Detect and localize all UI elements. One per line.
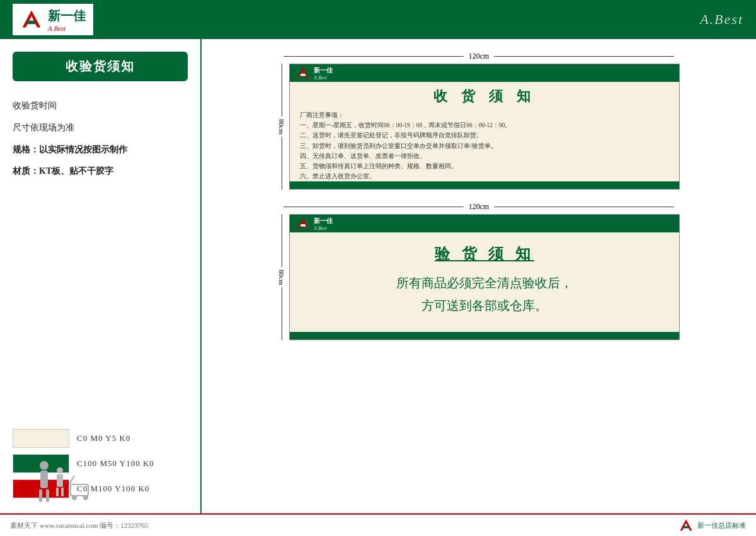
- dim-text-width-2: 120cm: [464, 202, 495, 212]
- svg-rect-10: [71, 484, 88, 496]
- sign-footer-1: [290, 181, 679, 189]
- sign-and-vdim-1: 80cm 新一佳 A.Best: [278, 64, 680, 190]
- svg-point-2: [40, 461, 49, 470]
- svg-rect-9: [61, 488, 64, 496]
- sign-logo-icon-2: [296, 217, 310, 231]
- svg-rect-8: [56, 488, 59, 496]
- sign-title-2: 验 货 须 知: [300, 244, 669, 264]
- svg-marker-15: [301, 74, 306, 76]
- bottom-right-logo: 新一佳总店标准: [679, 518, 746, 533]
- sign-board-2: 新一佳 A.Best 验 货 须 知 所有商品必须完全清点验收后， 方可送到各部…: [289, 214, 680, 340]
- info-item-2: 尺寸依现场为准: [13, 118, 188, 138]
- sign-body-line2: 方可送到各部或仓库。: [300, 294, 669, 317]
- bottom-right-text: 新一佳总店标准: [697, 521, 746, 530]
- vdim-text-1: 80cm: [278, 117, 285, 137]
- bottom-bar: 素材天下 www.sucaisucai.com 编号：12323765 新一佳总…: [0, 513, 756, 536]
- rule-1: 一、星期一-星期五，收货时间06：00-19：00，周末或节假日06：00-12…: [300, 121, 669, 130]
- svg-point-12: [72, 495, 77, 500]
- rule-2: 二、送货时，请先至签记处登记，非按号码牌顺序自觉排队卸货。: [300, 131, 669, 140]
- section-title: 收验货须知: [13, 52, 188, 81]
- sign-brand-cn-1: 新一佳: [314, 66, 333, 75]
- header-title: A.Best: [700, 11, 743, 28]
- bottom-left-text: 素材天下 www.sucaisucai.com 编号：12323765: [10, 521, 148, 530]
- info-item-4: 材质：KT板、贴不干胶字: [13, 162, 188, 181]
- svg-line-11: [69, 476, 74, 484]
- sign-brand-en-2: A.Best: [314, 225, 333, 231]
- dim-top-1: 120cm: [284, 52, 674, 61]
- sign-body-text: 所有商品必须完全清点验收后， 方可送到各部或仓库。: [300, 271, 669, 317]
- svg-point-6: [57, 467, 63, 474]
- svg-marker-19: [683, 526, 689, 528]
- right-panel: 120cm 80cm: [202, 39, 756, 536]
- sign-brand-cn-2: 新一佳: [314, 217, 333, 225]
- bottom-logo-icon: [679, 518, 694, 533]
- svg-marker-14: [297, 67, 309, 78]
- svg-marker-18: [680, 519, 692, 530]
- sign-body-2: 验 货 须 知 所有商品必须完全清点验收后， 方可送到各部或仓库。: [290, 232, 679, 327]
- sign-brand-en-1: A.Best: [314, 75, 333, 81]
- svg-rect-7: [57, 474, 63, 487]
- color-swatch-1: [13, 429, 69, 448]
- rule-4: 四、无传真订单、送货单、发票者一律拒收。: [300, 152, 669, 161]
- vdim-text-2: 80cm: [278, 267, 285, 287]
- svg-rect-4: [39, 489, 42, 502]
- main-content: 收验货须知 收验货时间 尺寸依现场为准 规格：以实际情况按图示制作 材质：KT板…: [0, 39, 756, 536]
- svg-marker-1: [27, 21, 36, 24]
- sign-wrapper-2: 120cm 80cm: [220, 202, 737, 340]
- rule-3: 三、卸货时，请到验货员到办公室窗口交单办交单并领取订单/验货单。: [300, 142, 669, 151]
- logo-area: 新一佳 A.Best: [13, 4, 93, 35]
- silhouette-svg: [25, 458, 101, 508]
- sign-rules: 厂商注意事项： 一、星期一-星期五，收货时间06：00-19：00，周末或节假日…: [300, 111, 669, 190]
- silhouette-area: [25, 458, 101, 511]
- vdim-1: 80cm: [278, 64, 285, 190]
- brand-en-logo: A.Best: [48, 25, 86, 32]
- color-row-1: C0 M0 Y5 K0: [13, 429, 188, 448]
- dim-text-width-1: 120cm: [464, 52, 495, 61]
- svg-marker-17: [301, 224, 306, 226]
- sign-footer-2: [290, 332, 679, 339]
- rule-6: 六、禁止进入收货办公室。: [300, 172, 669, 181]
- info-list: 收验货时间 尺寸依现场为准 规格：以实际情况按图示制作 材质：KT板、贴不干胶字: [13, 96, 188, 184]
- sign-header-2: 新一佳 A.Best: [290, 215, 679, 232]
- sign-board-1: 新一佳 A.Best 收 货 须 知 厂商注意事项： 一、星期一-星期五，收货时…: [289, 64, 680, 190]
- header-bar: 新一佳 A.Best A.Best: [0, 0, 756, 39]
- sign-title-1: 收 货 须 知: [300, 87, 669, 106]
- rule-vendor: 厂商注意事项：: [300, 111, 669, 120]
- brand-cn: 新一佳: [48, 8, 86, 25]
- logo-icon-header: [20, 8, 43, 31]
- sign-body-line1: 所有商品必须完全清点验收后，: [300, 271, 669, 294]
- sign-header-1: 新一佳 A.Best: [290, 64, 679, 82]
- left-panel: 收验货须知 收验货时间 尺寸依现场为准 规格：以实际情况按图示制作 材质：KT板…: [0, 39, 202, 536]
- dim-top-2: 120cm: [284, 202, 674, 212]
- svg-rect-5: [46, 489, 49, 502]
- rule-5: 五、货物须和传真订单上注明的种类、规格、数量相同。: [300, 162, 669, 171]
- svg-point-13: [83, 495, 88, 500]
- svg-rect-3: [40, 470, 48, 488]
- info-item-1: 收验货时间: [13, 96, 188, 116]
- sign-and-vdim-2: 80cm 新一佳 A.Best: [278, 214, 680, 340]
- vdim-2: 80cm: [278, 214, 285, 340]
- color-label-1: C0 M0 Y5 K0: [77, 433, 130, 443]
- svg-marker-0: [23, 11, 41, 28]
- info-item-3: 规格：以实际情况按图示制作: [13, 140, 188, 160]
- svg-marker-16: [297, 218, 309, 229]
- sign-body-1: 收 货 须 知 厂商注意事项： 一、星期一-星期五，收货时间06：00-19：0…: [290, 82, 679, 190]
- sign-wrapper-1: 120cm 80cm: [220, 52, 737, 190]
- sign-logo-icon-1: [296, 66, 310, 80]
